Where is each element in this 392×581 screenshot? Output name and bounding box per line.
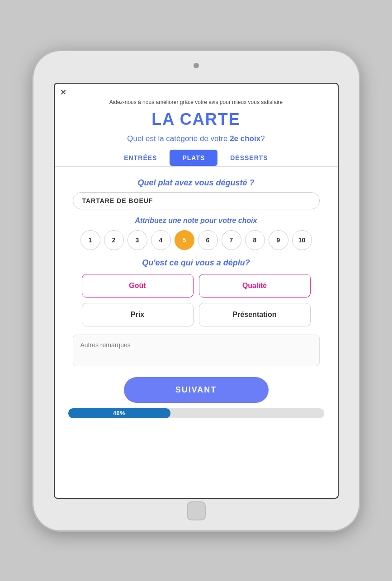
option-qualite[interactable]: Qualité bbox=[199, 274, 311, 298]
remarks-area bbox=[73, 335, 320, 368]
rating-row: 1 2 3 4 5 6 7 8 9 10 bbox=[55, 230, 338, 250]
rating-3[interactable]: 3 bbox=[128, 230, 147, 250]
tab-entrees[interactable]: ENTRÉES bbox=[111, 150, 170, 166]
tab-desserts[interactable]: DESSERTS bbox=[217, 150, 280, 166]
rating-4[interactable]: 4 bbox=[151, 230, 171, 250]
option-presentation[interactable]: Présentation bbox=[199, 303, 311, 326]
progress-fill: 40% bbox=[68, 408, 170, 418]
modal-title: LA CARTE bbox=[55, 110, 338, 129]
dish-input[interactable] bbox=[73, 192, 320, 209]
category-question: Quel est la catégorie de votre 2e choix? bbox=[55, 134, 338, 143]
dish-selector bbox=[73, 192, 320, 209]
rating-5[interactable]: 5 bbox=[175, 230, 194, 250]
option-gout[interactable]: Goût bbox=[82, 274, 194, 298]
progress-label: 40% bbox=[113, 410, 125, 416]
tabs-row: ENTRÉES PLATS DESSERTS bbox=[55, 150, 338, 167]
modal-subtitle: Aidez-nous à nous améliorer grâce votre … bbox=[55, 94, 338, 105]
rating-8[interactable]: 8 bbox=[245, 230, 265, 250]
tablet-screen: ✕ Aidez-nous à nous améliorer grâce votr… bbox=[54, 83, 339, 499]
progress-bar: 40% bbox=[68, 408, 324, 418]
options-grid: Goût Qualité Prix Présentation bbox=[82, 274, 311, 326]
rating-6[interactable]: 6 bbox=[198, 230, 218, 250]
rating-1[interactable]: 1 bbox=[80, 230, 100, 250]
tablet-camera bbox=[194, 63, 199, 68]
tab-plats[interactable]: PLATS bbox=[170, 150, 217, 166]
next-button[interactable]: SUIVANT bbox=[124, 377, 269, 403]
rating-7[interactable]: 7 bbox=[222, 230, 241, 250]
rating-question: Attribuez une note pour votre choix bbox=[55, 217, 338, 225]
option-prix[interactable]: Prix bbox=[82, 303, 194, 326]
close-button[interactable]: ✕ bbox=[60, 88, 66, 97]
dish-question: Quel plat avez vous dégusté ? bbox=[55, 178, 338, 188]
tablet-home-button[interactable] bbox=[187, 501, 206, 520]
rating-2[interactable]: 2 bbox=[104, 230, 124, 250]
rating-9[interactable]: 9 bbox=[269, 230, 288, 250]
tablet: ✕ Aidez-nous à nous améliorer grâce votr… bbox=[33, 51, 359, 530]
rating-10[interactable]: 10 bbox=[292, 230, 312, 250]
dislike-question: Qu'est ce qui vous a déplu? bbox=[55, 258, 338, 268]
remarks-input[interactable] bbox=[73, 335, 320, 366]
